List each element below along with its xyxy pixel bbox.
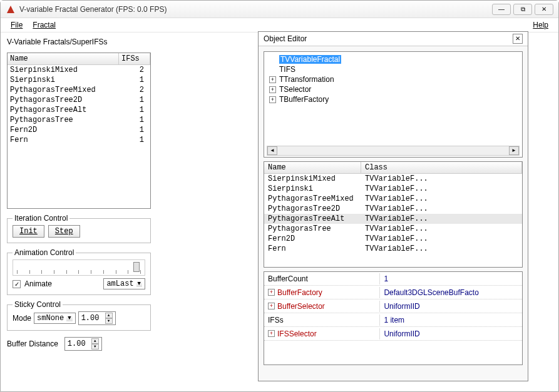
chevron-down-icon[interactable]: ▼ (136, 281, 142, 287)
obj-name: PythagorasTree2D (264, 204, 361, 214)
obj-col-name[interactable]: Name (264, 162, 361, 173)
expand-icon[interactable]: + (269, 86, 276, 93)
list-item[interactable]: Fern2D1 (8, 125, 150, 135)
table-row[interactable]: SierpinskiMixedTVVariableF... (264, 174, 522, 184)
property-value[interactable]: 1 item (380, 314, 522, 326)
obj-class: TVVariableF... (361, 194, 522, 204)
step-button[interactable]: Step (48, 225, 80, 238)
tree-item[interactable]: +TSelector (279, 84, 518, 94)
obj-name: SierpinskiMixed (264, 174, 361, 184)
slider-thumb[interactable] (133, 262, 140, 272)
property-row[interactable]: BufferCount1 (264, 272, 522, 286)
sticky-legend: Sticky Control (13, 300, 63, 309)
init-button[interactable]: Init (13, 225, 44, 238)
animation-mode-combo[interactable]: amLast ▼ (103, 278, 145, 289)
sticky-spin[interactable]: 1.00 ▲▼ (78, 311, 116, 325)
horizontal-scrollbar[interactable]: ◄ ► (267, 146, 520, 156)
object-editor-close-button[interactable]: ✕ (513, 34, 523, 44)
animate-label: Animate (24, 279, 52, 288)
menu-file[interactable]: File (6, 19, 28, 31)
animation-slider[interactable] (13, 259, 145, 276)
spin-up-icon[interactable]: ▲ (91, 338, 99, 344)
menu-fractal[interactable]: Fractal (28, 19, 61, 31)
buffer-distance-value: 1.00 (68, 339, 90, 348)
tree-item[interactable]: TVVariableFractal (279, 54, 518, 64)
col-header-name[interactable]: Name (8, 53, 119, 64)
object-list[interactable]: Name Class SierpinskiMixedTVVariableF...… (264, 161, 523, 268)
list-item-name: PythagorasTree2D (8, 95, 119, 105)
tree-item[interactable]: +TBufferFactory (279, 94, 518, 104)
property-row[interactable]: +BufferFactoryDefault3DGLSceneBufFacto (264, 286, 522, 299)
tree-item[interactable]: TIFS (279, 64, 518, 74)
buffer-distance-spin[interactable]: 1.00 ▲▼ (64, 337, 102, 351)
list-item[interactable]: PythagorasTreeAlt1 (8, 105, 150, 115)
col-header-ifss[interactable]: IFSs (119, 53, 150, 64)
titlebar: V-variable Fractal Generator (FPS: 0.0 F… (1, 1, 558, 18)
property-value[interactable]: 1 (380, 273, 522, 284)
property-value[interactable]: UniformIID (380, 328, 522, 339)
tree-item[interactable]: +TTransformation (279, 74, 518, 84)
close-button[interactable]: ✕ (535, 4, 553, 15)
tree-item-label: TBufferFactory (279, 95, 329, 104)
table-row[interactable]: PythagorasTreeTVVariableF... (264, 224, 522, 234)
list-item-name: PythagorasTree (8, 115, 119, 125)
scroll-left-icon[interactable]: ◄ (267, 146, 277, 155)
fractal-list[interactable]: Name IFSs SierpinskiMixed2Sierpinski1Pyt… (7, 53, 151, 209)
sticky-mode-combo[interactable]: smNone ▼ (34, 313, 76, 324)
property-row[interactable]: IFSs1 item (264, 313, 522, 327)
expand-icon[interactable]: + (269, 96, 276, 103)
obj-col-class[interactable]: Class (361, 162, 522, 173)
table-row[interactable]: FernTVVariableF... (264, 244, 522, 254)
chevron-down-icon[interactable]: ▼ (66, 315, 72, 321)
property-value[interactable]: UniformIID (380, 301, 522, 312)
object-editor-titlebar[interactable]: Object Editor ✕ (259, 32, 528, 46)
fractal-list-header: Name IFSs (8, 53, 150, 65)
animate-checkbox[interactable]: ✓ (13, 280, 21, 288)
menu-help[interactable]: Help (528, 19, 553, 31)
animation-control-group: Animation Control ✓ Animate amLast ▼ (7, 248, 151, 295)
scroll-right-icon[interactable]: ► (509, 146, 519, 155)
expand-icon[interactable]: + (268, 330, 275, 337)
obj-class: TVVariableF... (361, 224, 522, 234)
list-item-ifss: 1 (119, 105, 150, 115)
property-grid[interactable]: BufferCount1+BufferFactoryDefault3DGLSce… (264, 271, 523, 365)
maximize-button[interactable]: ⧉ (513, 4, 532, 15)
property-key: +IFSSelector (264, 328, 380, 339)
table-row[interactable]: PythagorasTreeAltTVVariableF... (264, 214, 522, 224)
list-item[interactable]: PythagorasTree2D1 (8, 95, 150, 105)
spin-up-icon[interactable]: ▲ (105, 313, 113, 318)
object-editor-title: Object Editor (264, 34, 513, 43)
list-item[interactable]: SierpinskiMixed2 (8, 65, 150, 75)
list-item-ifss: 1 (119, 95, 150, 105)
property-key: +BufferFactory (264, 287, 380, 298)
list-item[interactable]: PythagorasTree1 (8, 115, 150, 125)
table-row[interactable]: SierpinskiTVVariableF... (264, 184, 522, 194)
app-window: V-variable Fractal Generator (FPS: 0.0 F… (0, 0, 559, 392)
expand-icon[interactable]: + (268, 303, 275, 309)
list-item[interactable]: Fern1 (8, 135, 150, 145)
table-row[interactable]: PythagorasTree2DTVVariableF... (264, 204, 522, 214)
list-item[interactable]: Sierpinski1 (8, 75, 150, 85)
property-value[interactable]: Default3DGLSceneBufFacto (380, 287, 522, 298)
expand-icon[interactable]: + (268, 289, 275, 296)
list-item[interactable]: PythagorasTreeMixed2 (8, 85, 150, 95)
buffer-distance-row: Buffer Distance 1.00 ▲▼ (7, 336, 151, 352)
table-row[interactable]: PythagorasTreeMixedTVVariableF... (264, 194, 522, 204)
spin-down-icon[interactable]: ▼ (91, 344, 99, 349)
animation-mode-value: amLast (106, 279, 133, 288)
expand-icon[interactable]: + (269, 76, 276, 83)
class-tree[interactable]: TVVariableFractalTIFS+TTransformation+TS… (264, 51, 523, 158)
obj-class: TVVariableF... (361, 234, 522, 244)
property-key: BufferCount (264, 273, 380, 284)
list-item-ifss: 1 (119, 115, 150, 125)
property-row[interactable]: +IFSSelectorUniformIID (264, 327, 522, 341)
table-row[interactable]: Fern2DTVVariableF... (264, 234, 522, 244)
tree-item-label: TVVariableFractal (279, 55, 341, 64)
left-panel: V-Variable Fractals/SuperIFSs Name IFSs … (7, 36, 151, 388)
minimize-button[interactable]: — (492, 4, 511, 15)
spin-down-icon[interactable]: ▼ (105, 318, 113, 324)
property-row[interactable]: +BufferSelectorUniformIID (264, 299, 522, 313)
list-item-name: Fern (8, 135, 119, 145)
list-item-ifss: 1 (119, 75, 150, 85)
list-item-ifss: 1 (119, 135, 150, 145)
